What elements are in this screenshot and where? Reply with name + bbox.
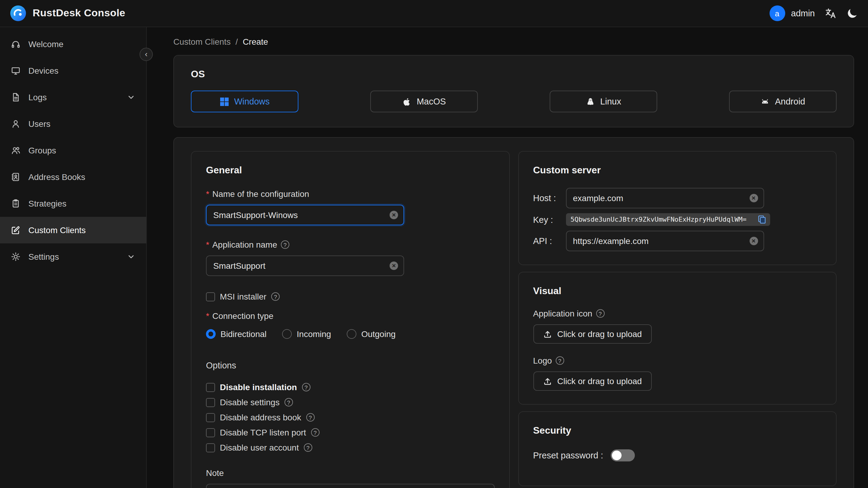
- monitor-icon: [11, 66, 21, 75]
- help-icon[interactable]: ?: [284, 398, 293, 406]
- required-mark: *: [206, 240, 209, 249]
- preset-password-row: Preset password :: [533, 449, 822, 461]
- address-book-icon: [11, 172, 21, 182]
- clear-icon[interactable]: ✕: [749, 194, 758, 202]
- disable-tcp-listen-port-checkbox-row[interactable]: Disable TCP listen port ?: [206, 428, 494, 437]
- help-icon[interactable]: ?: [311, 428, 319, 437]
- application-icon-upload-button[interactable]: Click or drag to upload: [533, 324, 651, 344]
- api-row: API : ✕: [533, 231, 822, 251]
- disable-address-book-checkbox-row[interactable]: Disable address book ?: [206, 413, 494, 422]
- os-option-label: Android: [775, 97, 805, 106]
- help-icon[interactable]: ?: [304, 443, 312, 452]
- os-option-windows[interactable]: Windows: [191, 91, 299, 112]
- connection-type-label: Connection type: [212, 311, 273, 321]
- clipboard-icon: [11, 199, 21, 208]
- os-option-android[interactable]: Android: [729, 91, 837, 112]
- api-input[interactable]: [573, 236, 746, 246]
- clear-icon[interactable]: ✕: [749, 237, 758, 245]
- key-field: 5Qbwsde3unUcJBtrx9ZkvUmwFNoExHzpryHuPUdq…: [566, 213, 770, 226]
- app-name-field: ✕: [206, 255, 404, 276]
- clear-icon[interactable]: ✕: [390, 211, 398, 219]
- host-row: Host : ✕: [533, 188, 822, 208]
- radio-label: Outgoing: [361, 329, 396, 339]
- help-icon[interactable]: ?: [302, 383, 310, 391]
- connection-type-radio-group: Bidirectional Incoming Outgoing: [206, 329, 494, 339]
- avatar[interactable]: a: [769, 5, 785, 21]
- main-content: Custom Clients / Create OS Windows: [147, 27, 868, 488]
- topbar: RustDesk Console a admin: [0, 0, 868, 27]
- radio-dot: [206, 329, 216, 339]
- sidebar-item-label: Strategies: [28, 199, 66, 208]
- sidebar-item-address-books[interactable]: Address Books: [0, 164, 146, 190]
- logo-upload-button[interactable]: Click or drag to upload: [533, 371, 651, 391]
- gear-icon: [11, 252, 21, 262]
- radio-bidirectional[interactable]: Bidirectional: [206, 329, 267, 339]
- radio-outgoing[interactable]: Outgoing: [347, 329, 396, 339]
- sidebar-item-settings[interactable]: Settings: [0, 243, 146, 270]
- logo-label-row: Logo ?: [533, 356, 822, 365]
- breadcrumb-parent[interactable]: Custom Clients: [173, 37, 231, 47]
- checkbox: [206, 292, 215, 301]
- translate-icon[interactable]: [825, 7, 837, 19]
- breadcrumb-current: Create: [243, 37, 268, 47]
- visual-title: Visual: [533, 286, 822, 297]
- app-name-input[interactable]: [213, 261, 386, 271]
- general-panel: General * Name of the configuration ✕: [191, 151, 509, 488]
- sidebar-item-strategies[interactable]: Strategies: [0, 190, 146, 217]
- os-option-macos[interactable]: MacOS: [370, 91, 478, 112]
- app-name-label: Application name: [212, 240, 277, 249]
- toggle-knob: [612, 451, 621, 460]
- help-icon[interactable]: ?: [306, 413, 314, 422]
- sidebar-item-groups[interactable]: Groups: [0, 137, 146, 164]
- config-name-label: Name of the configuration: [212, 189, 309, 199]
- file-icon: [11, 92, 21, 102]
- help-icon[interactable]: ?: [281, 240, 289, 249]
- sidebar-item-label: Logs: [28, 92, 47, 102]
- username[interactable]: admin: [791, 8, 815, 18]
- radio-dot: [347, 329, 356, 339]
- help-icon[interactable]: ?: [271, 292, 280, 301]
- option-label: Disable user account: [220, 443, 299, 452]
- edit-icon: [11, 225, 21, 235]
- host-label: Host :: [533, 193, 566, 203]
- application-icon-label: Application icon: [533, 309, 592, 318]
- create-client-card: General * Name of the configuration ✕: [173, 137, 854, 488]
- linux-penguin-icon: [586, 97, 595, 106]
- help-icon[interactable]: ?: [555, 356, 564, 365]
- disable-user-account-checkbox-row[interactable]: Disable user account ?: [206, 443, 494, 452]
- checkbox: [206, 443, 215, 452]
- options-title: Options: [206, 361, 494, 370]
- checkbox: [206, 413, 215, 422]
- note-textarea[interactable]: [206, 484, 494, 488]
- chevron-down-icon: [127, 252, 135, 261]
- host-input[interactable]: [573, 193, 746, 203]
- msi-installer-checkbox-row[interactable]: MSI installer ?: [206, 292, 494, 301]
- disable-installation-checkbox-row[interactable]: Disable installation ?: [206, 382, 494, 392]
- sidebar-item-logs[interactable]: Logs: [0, 84, 146, 111]
- copy-icon[interactable]: [757, 215, 766, 224]
- os-options-row: Windows MacOS: [191, 91, 837, 112]
- sidebar-item-welcome[interactable]: Welcome: [0, 31, 146, 57]
- radio-incoming[interactable]: Incoming: [282, 329, 331, 339]
- breadcrumb: Custom Clients / Create: [173, 37, 854, 47]
- sidebar-item-label: Address Books: [28, 172, 85, 182]
- dark-mode-moon-icon[interactable]: [846, 7, 858, 19]
- preset-password-label: Preset password :: [533, 451, 603, 460]
- sidebar-item-custom-clients[interactable]: Custom Clients: [0, 217, 146, 243]
- api-field: ✕: [566, 231, 764, 251]
- sidebar-collapse-button[interactable]: ‹: [140, 48, 153, 61]
- preset-password-toggle[interactable]: [610, 449, 634, 461]
- config-name-input[interactable]: [213, 210, 386, 220]
- windows-logo-icon: [220, 97, 229, 106]
- os-option-label: Windows: [234, 97, 270, 106]
- config-name-label-row: * Name of the configuration: [206, 189, 494, 199]
- disable-settings-checkbox-row[interactable]: Disable settings ?: [206, 397, 494, 407]
- sidebar-item-devices[interactable]: Devices: [0, 57, 146, 84]
- os-option-linux[interactable]: Linux: [550, 91, 657, 112]
- sidebar-item-label: Devices: [28, 66, 59, 75]
- logo-label: Logo: [533, 356, 552, 365]
- sidebar-item-users[interactable]: Users: [0, 111, 146, 137]
- connection-type-label-row: * Connection type: [206, 311, 494, 321]
- clear-icon[interactable]: ✕: [390, 262, 398, 270]
- help-icon[interactable]: ?: [596, 309, 604, 318]
